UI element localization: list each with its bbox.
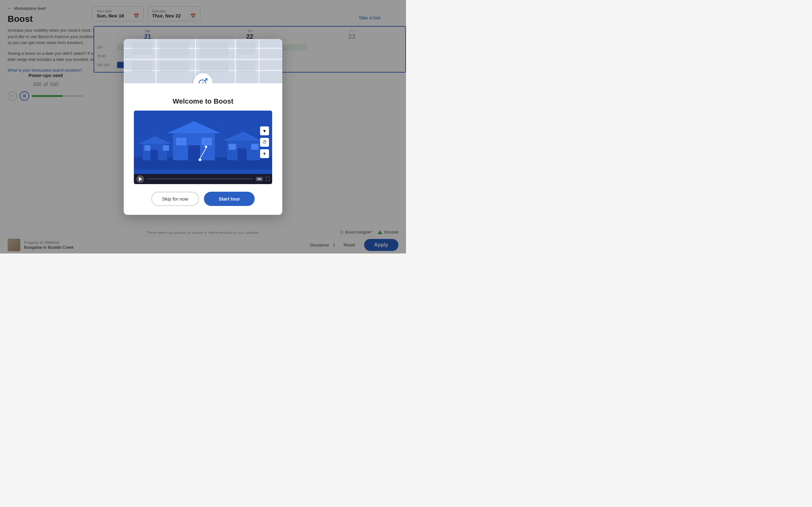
- fullscreen-icon[interactable]: ⛶: [265, 176, 270, 181]
- map-block-1: [132, 41, 152, 55]
- skip-for-now-button[interactable]: Skip for now: [151, 192, 199, 206]
- svg-rect-18: [144, 145, 150, 151]
- svg-rect-24: [251, 144, 259, 150]
- map-block-8: [238, 61, 255, 72]
- svg-line-2: [201, 82, 204, 83]
- map-block-4: [160, 61, 189, 72]
- modal-boost-icon-container: [194, 73, 212, 83]
- heart-side-icon: ♥: [260, 126, 269, 135]
- modal-buttons: Skip for now Start tour: [134, 192, 272, 206]
- boost-icon: [197, 77, 209, 83]
- modal-body: Welcome to Boost: [124, 83, 282, 215]
- send-side-icon: ✈: [260, 149, 269, 158]
- welcome-modal: Welcome to Boost: [124, 39, 282, 215]
- map-block-2: [160, 41, 189, 57]
- svg-rect-23: [229, 144, 236, 150]
- map-block-3: [132, 61, 152, 72]
- map-block-7: [200, 61, 229, 72]
- svg-rect-17: [150, 150, 158, 160]
- map-road-v4: [258, 39, 259, 83]
- svg-point-29: [199, 158, 201, 161]
- house-illustration: [134, 111, 272, 174]
- play-icon: [139, 177, 142, 181]
- map-road-v1: [155, 39, 156, 83]
- video-container[interactable]: ♥ ⏱ ✈ HD ⛶: [134, 111, 272, 184]
- map-block-6: [238, 41, 255, 55]
- hd-badge: HD: [256, 177, 263, 181]
- modal-map-background: [124, 39, 282, 83]
- map-block-5: [200, 41, 229, 57]
- start-tour-button[interactable]: Start tour: [204, 192, 255, 206]
- svg-rect-8: [188, 145, 200, 160]
- modal-overlay: Welcome to Boost: [0, 0, 406, 253]
- modal-title: Welcome to Boost: [134, 97, 272, 106]
- video-controls-bar[interactable]: HD ⛶: [134, 174, 272, 184]
- play-button[interactable]: [136, 175, 144, 183]
- video-badges: HD: [256, 177, 263, 181]
- video-progress-bar[interactable]: [147, 178, 253, 179]
- clock-side-icon: ⏱: [260, 138, 269, 147]
- svg-point-31: [205, 146, 207, 148]
- map-road-v3: [235, 39, 236, 83]
- svg-rect-19: [163, 145, 169, 151]
- video-illustration: ♥ ⏱ ✈: [134, 111, 272, 174]
- video-side-icons: ♥ ⏱ ✈: [260, 126, 269, 158]
